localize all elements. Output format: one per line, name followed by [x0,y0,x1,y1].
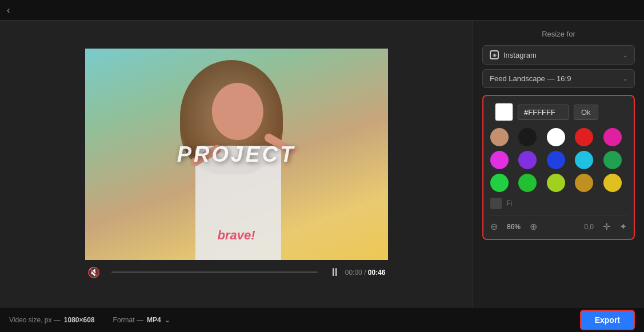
time-display: 00:00 / 00:46 [345,269,386,277]
platform-dropdown-arrow: ⌄ [623,52,627,58]
fill-row: Fi [490,198,627,209]
color-cyan[interactable] [575,151,593,169]
platform-dropdown-left: ◉ Instagram [490,50,537,59]
color-swatch[interactable] [495,103,513,121]
right-panel: Resize for ◉ Instagram ⌄ Feed Landscape … [473,21,644,307]
color-yellow[interactable] [603,174,622,192]
video-size-value: 1080×608 [64,316,95,324]
coordinates-display: 0,0 [584,223,594,231]
color-red[interactable] [575,128,593,146]
fill-checkbox[interactable] [490,198,502,209]
format-item: Format — MP4 ⌄ [113,316,170,324]
color-yellow-green[interactable] [547,174,565,192]
platform-dropdown[interactable]: ◉ Instagram ⌄ [482,45,635,65]
video-size-label: Video size, px — [9,316,61,324]
top-bar: ‹ [0,0,644,21]
color-grid [490,128,627,192]
color-skin[interactable] [490,128,509,146]
export-button[interactable]: Export [580,310,635,330]
color-gold[interactable] [575,174,593,192]
color-black[interactable] [518,128,537,146]
ok-button[interactable]: Ok [574,105,598,120]
time-current: 00:00 [345,269,362,277]
color-picker-panel: Ok Fi ⊖ 86% ⊕ 0,0 ✛ ✦ [482,95,635,240]
zoom-percent: 86% [507,223,521,231]
progress-bar[interactable] [111,271,318,273]
play-pause-button[interactable]: ⏸ [329,266,341,279]
resize-label: Resize for [482,30,635,38]
bottom-bar: Video size, px — 1080×608 Format — MP4 ⌄… [0,307,644,332]
color-purple[interactable] [518,151,537,169]
brave-text: brave! [217,228,255,243]
format-dropdown-arrow: ⌄ [623,75,627,82]
project-text: PROJECT [177,142,295,167]
video-thumbnail: PROJECT brave! [85,49,388,260]
hex-input[interactable] [518,105,569,120]
color-dark-green[interactable] [603,151,622,169]
magic-icon[interactable]: ✦ [619,221,627,232]
back-button[interactable]: ‹ [7,5,10,15]
format-dropdown-left: Feed Landscape — 16:9 [490,74,571,83]
zoom-out-icon[interactable]: ⊖ [490,221,498,232]
color-blue[interactable] [547,151,565,169]
move-icon[interactable]: ✛ [603,221,610,232]
platform-label: Instagram [503,51,537,59]
format-label: Feed Landscape — 16:9 [490,74,571,83]
format-select-icon[interactable]: ⌄ [165,316,170,324]
main-area: PROJECT brave! 🔇 ⏸ 00:00 / 00:46 Resize … [0,21,644,307]
color-pink[interactable] [603,128,622,146]
zoom-in-icon[interactable]: ⊕ [530,221,537,232]
instagram-icon: ◉ [490,50,499,59]
video-area: PROJECT brave! 🔇 ⏸ 00:00 / 00:46 [0,21,473,307]
tool-row: ⊖ 86% ⊕ 0,0 ✛ ✦ [490,215,627,232]
format-value: MP4 [147,316,161,324]
fill-label: Fi [506,199,512,207]
color-green2[interactable] [518,174,537,192]
video-container: PROJECT brave! [85,49,388,260]
color-green1[interactable] [490,174,509,192]
color-white[interactable] [547,128,565,146]
video-size-item: Video size, px — 1080×608 [9,316,95,324]
time-separator: / [364,269,368,277]
color-input-row: Ok [490,103,627,121]
color-magenta[interactable] [490,151,509,169]
format-dropdown[interactable]: Feed Landscape — 16:9 ⌄ [482,69,635,88]
controls-bar: 🔇 ⏸ 00:00 / 00:46 [85,266,388,279]
mute-icon[interactable]: 🔇 [87,266,100,279]
time-total: 00:46 [368,269,386,277]
format-label: Format — [113,316,143,324]
